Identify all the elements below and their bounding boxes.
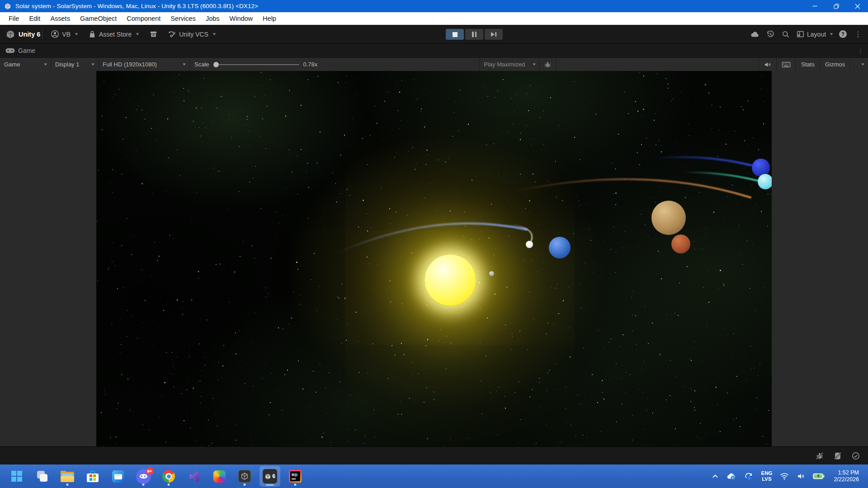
planet-cyan [758, 174, 772, 189]
account-icon [51, 30, 59, 38]
debugger-detached-icon[interactable] [814, 450, 826, 462]
tray-clock[interactable]: 1:52 PM 2/22/2026 [831, 467, 862, 485]
display-dropdown[interactable]: Display 1▼ [51, 58, 99, 71]
menu-gameobject[interactable]: GameObject [75, 12, 122, 25]
menu-assets[interactable]: Assets [45, 12, 75, 25]
scale-slider[interactable] [213, 58, 299, 71]
play-mode-dropdown[interactable]: Play Maximized▼ [479, 58, 540, 71]
taskbar-task-view[interactable] [32, 466, 52, 487]
rider-icon: RD [289, 470, 302, 483]
tray-volume[interactable] [794, 467, 808, 485]
system-tray: ENG LVS 1:52 PM 2/22/2026 [709, 467, 865, 485]
taskbar-unity-editor[interactable]: 6 [259, 466, 280, 487]
unity-editor-icon: 6 [263, 469, 277, 483]
windows-taskbar: 9+ 6 RD ENG LVS [0, 465, 868, 488]
debug-toggle[interactable] [540, 58, 556, 71]
search-button[interactable] [781, 30, 790, 39]
tray-onedrive[interactable] [723, 467, 739, 485]
stop-button[interactable] [446, 29, 464, 40]
step-button[interactable] [485, 29, 503, 40]
menu-edit[interactable]: Edit [24, 12, 45, 25]
play-controls [446, 29, 503, 40]
minimize-button[interactable] [804, 0, 826, 12]
account-dropdown[interactable]: VB▼ [51, 30, 78, 38]
menu-bar: File Edit Assets GameObject Component Se… [0, 12, 868, 25]
taskbar-file-explorer[interactable] [57, 466, 78, 487]
history-icon [766, 29, 775, 39]
menu-jobs[interactable]: Jobs [201, 12, 225, 25]
planet-tan-giant [651, 201, 686, 235]
resolution-dropdown[interactable]: Full HD (868x488)▼ [99, 58, 190, 71]
taskbar-unity-hub[interactable] [234, 466, 255, 487]
scale-slider-knob[interactable] [213, 62, 219, 67]
game-viewport[interactable] [96, 71, 772, 446]
screenshot-toggle[interactable] [777, 58, 796, 71]
keyboard-icon [782, 61, 791, 68]
toolbar-divider [42, 30, 42, 39]
archive-button[interactable] [149, 30, 158, 38]
taskbar-start-button[interactable] [6, 466, 27, 487]
undo-history-button[interactable] [766, 29, 775, 39]
windows-logo-icon [11, 471, 22, 482]
taskbar-rider[interactable]: RD [285, 466, 306, 487]
menu-services[interactable]: Services [165, 12, 201, 25]
menu-window[interactable]: Window [225, 12, 258, 25]
layout-dropdown[interactable]: Layout▼ [796, 30, 833, 38]
bug-icon [544, 61, 552, 69]
tray-language-switcher[interactable]: ENG LVS [758, 467, 775, 485]
trail-navy [655, 157, 751, 165]
tray-update-sync[interactable] [741, 467, 756, 485]
trail-teal [684, 172, 758, 181]
taskbar-outlook[interactable] [108, 466, 128, 487]
microsoft-store-icon [87, 470, 99, 483]
tab-game[interactable]: Game [0, 44, 42, 57]
mute-audio-toggle[interactable] [759, 58, 777, 71]
cloud-button[interactable] [750, 29, 760, 39]
speaker-icon [764, 61, 772, 69]
tab-options-menu[interactable]: ⋮ [858, 47, 863, 54]
planet-blue [549, 237, 571, 258]
game-view-panel [0, 71, 868, 446]
close-button[interactable] [847, 0, 868, 12]
cache-server-disconnected-icon[interactable] [832, 450, 844, 462]
vcs-branch-icon [168, 30, 176, 38]
chevron-up-icon [712, 474, 718, 479]
unity-hub-icon [238, 470, 251, 483]
menu-component[interactable]: Component [122, 12, 165, 25]
pause-icon [472, 32, 476, 37]
pause-button[interactable] [465, 29, 483, 40]
restore-button[interactable] [826, 0, 847, 12]
discord-notification-badge: 9+ [146, 467, 154, 475]
taskbar-visual-studio[interactable] [184, 466, 204, 487]
tray-battery[interactable] [810, 467, 827, 485]
wifi-icon [779, 472, 789, 480]
taskbar-microsoft-store[interactable] [82, 466, 103, 487]
gizmos-dropdown[interactable]: ▼ [850, 58, 868, 71]
sun [425, 254, 476, 306]
help-button[interactable]: ? [839, 30, 847, 38]
tray-overflow-chevron[interactable] [709, 467, 721, 485]
unity-cube-logo-icon [5, 29, 15, 39]
asset-store-dropdown[interactable]: Asset Store▼ [88, 30, 139, 38]
menu-file[interactable]: File [4, 12, 24, 25]
tray-time: 1:52 PM [838, 469, 859, 476]
speaker-icon [797, 472, 806, 480]
menu-help[interactable]: Help [258, 12, 281, 25]
scale-control: Scale 0.78x [190, 58, 322, 71]
taskbar-chrome[interactable] [158, 466, 179, 487]
taskbar-adobe-cc[interactable] [209, 466, 230, 487]
stats-toggle[interactable]: Stats [796, 58, 821, 71]
taskbar-discord[interactable]: 9+ [133, 466, 154, 487]
background-tasks-icon[interactable] [850, 450, 862, 462]
product-name: Unity 6 [19, 31, 40, 38]
gizmos-toggle[interactable]: Gizmos [821, 58, 850, 71]
tray-date: 2/22/2026 [834, 476, 859, 483]
cloud-icon [750, 29, 760, 39]
unity-vcs-dropdown[interactable]: Unity VCS▼ [168, 30, 216, 38]
view-target-dropdown[interactable]: Game▼ [0, 58, 51, 71]
view-tab-row: Game ⋮ [0, 44, 868, 57]
tray-wifi[interactable] [777, 467, 792, 485]
stop-icon [453, 32, 458, 37]
toolbar-overflow-menu[interactable]: ⋮ [853, 30, 863, 38]
visual-studio-icon [188, 470, 200, 483]
